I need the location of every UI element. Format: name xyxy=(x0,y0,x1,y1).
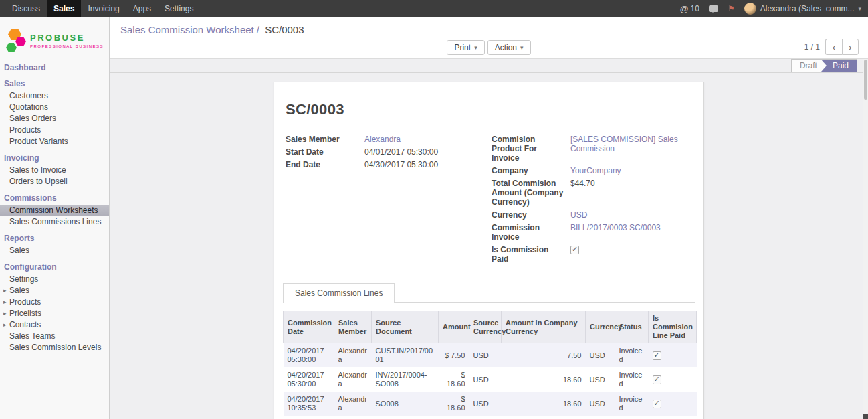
right-field-group: Commision Product For Invoice [SALES COM… xyxy=(492,135,695,267)
chat-icon[interactable] xyxy=(709,5,718,12)
col-header-line-paid[interactable]: Is Commision Line Paid xyxy=(649,311,697,343)
cell-line-paid xyxy=(649,367,697,392)
status-step-paid[interactable]: Paid xyxy=(823,60,857,72)
sidebar-section-commissions[interactable]: Commissions xyxy=(0,193,109,203)
scrollbar-corner xyxy=(863,414,868,419)
cell-source: SO008 xyxy=(372,392,439,416)
menu-invoicing[interactable]: Invoicing xyxy=(81,0,126,17)
sidebar-item-sales-to-invoice[interactable]: Sales to Invoice xyxy=(0,165,109,176)
field-value-commission-product[interactable]: [SALES COMMISSION] Sales Commission xyxy=(570,135,695,153)
field-value-end-date: 04/30/2017 05:30:00 xyxy=(364,160,438,169)
sidebar-item-sales-commissions-lines[interactable]: Sales Commissions Lines xyxy=(0,216,109,228)
field-value-company[interactable]: YourCompany xyxy=(570,166,621,175)
field-label-sales-member: Sales Member xyxy=(286,135,364,144)
table-spacer-row xyxy=(284,416,697,419)
field-value-sales-member[interactable]: Alexandra xyxy=(364,135,401,144)
sidebar-section-invoicing[interactable]: Invoicing xyxy=(0,153,109,163)
col-header-amount[interactable]: Amount xyxy=(439,311,469,343)
menu-discuss[interactable]: Discuss xyxy=(5,0,47,17)
main-menu: Discuss Sales Invoicing Apps Settings xyxy=(0,0,200,17)
pager-previous-button[interactable]: ‹ xyxy=(825,39,842,55)
table-row[interactable]: 04/20/2017 05:30:00 Alexandra CUST.IN/20… xyxy=(284,343,697,368)
col-header-sales-member[interactable]: Sales Member xyxy=(334,311,372,343)
sidebar-item-config-products[interactable]: Products xyxy=(0,297,109,308)
notebook-tabs: Sales Commission Lines xyxy=(283,283,695,303)
sidebar-item-products[interactable]: Products xyxy=(0,124,109,136)
field-value-start-date: 04/01/2017 05:30:00 xyxy=(364,147,438,157)
is-commission-paid-checkbox[interactable] xyxy=(570,246,579,254)
field-value-total-commission-amount: $44.70 xyxy=(570,179,595,188)
cell-date: 04/20/2017 10:35:53 xyxy=(284,392,334,416)
sidebar-item-sales-teams[interactable]: Sales Teams xyxy=(0,331,109,342)
cell-date: 04/20/2017 05:30:00 xyxy=(284,367,334,392)
col-header-source-currency[interactable]: Source Currency xyxy=(469,311,502,343)
col-header-company-amount[interactable]: Amount in Company Currency xyxy=(502,311,586,343)
breadcrumb-current: SC/0003 xyxy=(265,24,304,35)
breadcrumb-parent-link[interactable]: Sales Commission Worksheet xyxy=(120,24,254,35)
avatar xyxy=(744,3,756,15)
cell-amount: $ 18.60 xyxy=(439,367,469,392)
mentions-counter[interactable]: @ 10 xyxy=(679,4,699,14)
field-groups: Sales Member Alexandra Start Date 04/01/… xyxy=(286,135,695,267)
status-step-draft[interactable]: Draft xyxy=(792,60,827,72)
pager-next-button[interactable]: › xyxy=(842,39,859,55)
sidebar-section-sales[interactable]: Sales xyxy=(0,79,109,89)
field-value-commission-invoice[interactable]: BILL/2017/0003 SC/0003 xyxy=(570,223,661,232)
table-row[interactable]: 04/20/2017 10:35:53 Alexandra SO008 $ 18… xyxy=(284,392,697,416)
menu-apps[interactable]: Apps xyxy=(126,0,158,17)
cell-currency: USD xyxy=(586,367,615,392)
sidebar-item-sales-orders[interactable]: Sales Orders xyxy=(0,113,109,124)
sidebar-section-configuration[interactable]: Configuration xyxy=(0,262,109,272)
sidebar-section-reports[interactable]: Reports xyxy=(0,234,109,244)
field-label-commission-invoice: Commission Invoice xyxy=(492,223,570,242)
caret-down-icon: ▾ xyxy=(474,44,477,51)
cell-amount: $ 7.50 xyxy=(439,343,469,368)
scrollbar-thumb[interactable] xyxy=(864,60,867,100)
statusbar: Draft Paid xyxy=(791,59,857,72)
field-value-currency[interactable]: USD xyxy=(570,210,587,220)
cell-company-amount: 18.60 xyxy=(502,392,586,416)
activity-icon[interactable]: ⚑ xyxy=(728,4,735,13)
sidebar-item-config-contacts[interactable]: Contacts xyxy=(0,319,109,331)
line-paid-checkbox[interactable] xyxy=(653,351,661,360)
tab-sales-commission-lines[interactable]: Sales Commission Lines xyxy=(283,283,395,303)
left-field-group: Sales Member Alexandra Start Date 04/01/… xyxy=(286,135,483,267)
field-label-company: Company xyxy=(492,166,570,175)
top-navbar: Discuss Sales Invoicing Apps Settings @ … xyxy=(0,0,868,17)
sidebar-section-dashboard[interactable]: Dashboard xyxy=(0,63,109,73)
field-label-start-date: Start Date xyxy=(286,147,364,157)
sidebar-item-sales-commission-levels[interactable]: Sales Commission Levels xyxy=(0,342,109,353)
sidebar-item-config-settings[interactable]: Settings xyxy=(0,274,109,285)
sidebar-item-config-pricelists[interactable]: Pricelists xyxy=(0,308,109,319)
print-button[interactable]: Print ▾ xyxy=(447,40,484,55)
sidebar-item-reports-sales[interactable]: Sales xyxy=(0,245,109,256)
col-header-commission-date[interactable]: Commission Date xyxy=(284,311,334,343)
sidebar: PROBUSE PROFESSIONAL BUSINESS Dashboard … xyxy=(0,17,110,419)
sidebar-item-quotations[interactable]: Quotations xyxy=(0,102,109,113)
col-header-currency[interactable]: Currency xyxy=(586,311,615,343)
col-header-status[interactable]: Status xyxy=(615,311,649,343)
sidebar-item-customers[interactable]: Customers xyxy=(0,90,109,102)
menu-sales[interactable]: Sales xyxy=(47,0,81,17)
cell-member: Alexandra xyxy=(334,367,372,392)
sidebar-item-product-variants[interactable]: Product Variants xyxy=(0,136,109,147)
topbar-right: @ 10 ⚑ Alexandra (Sales_comm... ▾ xyxy=(679,0,868,17)
commission-lines-table: Commission Date Sales Member Source Docu… xyxy=(283,311,697,419)
table-row[interactable]: 04/20/2017 05:30:00 Alexandra INV/2017/0… xyxy=(284,367,697,392)
line-paid-checkbox[interactable] xyxy=(653,400,661,408)
vertical-scrollbar[interactable] xyxy=(863,59,868,419)
status-band: Draft Paid xyxy=(110,59,868,73)
sidebar-item-orders-to-upsell[interactable]: Orders to Upsell xyxy=(0,176,109,187)
control-panel: Sales Commission Worksheet/ SC/0003 Prin… xyxy=(110,17,868,59)
sidebar-item-config-sales[interactable]: Sales xyxy=(0,285,109,297)
action-button[interactable]: Action ▾ xyxy=(487,40,531,55)
menu-settings[interactable]: Settings xyxy=(158,0,200,17)
probuse-logo[interactable]: PROBUSE PROFESSIONAL BUSINESS xyxy=(3,27,106,55)
mention-count: 10 xyxy=(691,4,699,13)
cell-member: Alexandra xyxy=(334,343,372,368)
sidebar-item-commission-worksheets[interactable]: Commission Worksheets xyxy=(0,205,109,216)
sheet-area: SC/0003 Sales Member Alexandra Start Dat… xyxy=(110,73,868,419)
col-header-source-document[interactable]: Source Document xyxy=(372,311,439,343)
user-menu[interactable]: Alexandra (Sales_comm... ▾ xyxy=(744,3,861,15)
line-paid-checkbox[interactable] xyxy=(653,375,661,384)
